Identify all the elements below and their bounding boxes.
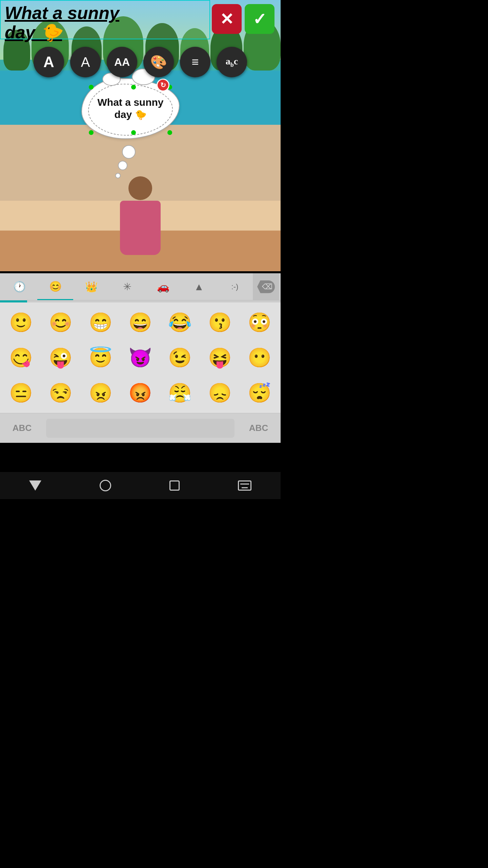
text-formatting-toolbar: A A AA 🎨 ≡ abc	[0, 43, 281, 81]
emoji-pouting[interactable]: 😤	[161, 376, 199, 410]
back-icon	[29, 480, 41, 491]
confirm-button[interactable]: ✓	[245, 4, 274, 34]
backspace-icon: ⌫	[257, 280, 275, 293]
preview-line1: What a sunny	[5, 3, 119, 23]
keyboard-icon	[238, 480, 251, 491]
font-bold-button[interactable]: A	[34, 47, 64, 77]
home-icon	[100, 480, 111, 491]
handle-bottom-right[interactable]	[167, 130, 172, 135]
emoji-rage[interactable]: 😡	[121, 376, 159, 410]
recents-button[interactable]	[169, 480, 180, 491]
font-normal-button[interactable]: A	[70, 47, 101, 77]
emoji-squint-tongue[interactable]: 😝	[201, 341, 239, 374]
emoji-category-tabs: 🕐 😊 👑 ✳ 🚗 ▲ :-) ⌫	[0, 273, 281, 300]
emoji-devil[interactable]: 😈	[121, 341, 159, 374]
handle-top-center[interactable]	[131, 85, 136, 90]
emoji-halo[interactable]: 😇	[82, 341, 119, 374]
tab-crown[interactable]: 👑	[73, 273, 109, 300]
font-type-button[interactable]: abc	[217, 47, 247, 77]
emoji-sleeping[interactable]: 😴	[241, 376, 279, 410]
emoji-wink-tongue[interactable]: 😜	[42, 341, 79, 374]
text-preview-area: What a sunny day 🐤	[0, 0, 210, 39]
thought-bubble[interactable]: ↻ What a sunnyday 🐤	[81, 78, 190, 139]
tab-travel[interactable]: 🚗	[145, 273, 181, 300]
android-navbar	[0, 472, 281, 499]
emoji-wink[interactable]: 😉	[161, 341, 199, 374]
emoji-yum[interactable]: 😋	[2, 341, 40, 374]
tab-text-face[interactable]: :-)	[217, 273, 253, 300]
back-button[interactable]	[29, 480, 41, 491]
emoji-happy[interactable]: 😊	[42, 306, 79, 339]
handle-bottom-center[interactable]	[131, 130, 136, 135]
emoji-kiss[interactable]: 😗	[201, 306, 239, 339]
emoji-keyboard: 🕐 😊 👑 ✳ 🚗 ▲ :-) ⌫ 🙂 😊 😁 😄	[0, 273, 281, 443]
emoji-grid: 🙂 😊 😁 😄 😂 😗 😳 😋 😜 😇 😈 😉 😝 😶 😑 😒 😠 😡 😤 😞 …	[0, 302, 281, 413]
emoji-disappointed[interactable]: 😞	[201, 376, 239, 410]
emoji-no-mouth[interactable]: 😶	[241, 341, 279, 374]
color-palette-button[interactable]: 🎨	[143, 47, 174, 77]
space-bar[interactable]	[46, 419, 235, 438]
tab-recent[interactable]: 🕐	[1, 273, 37, 300]
emoji-delete-button[interactable]: ⌫	[253, 273, 279, 300]
home-button[interactable]	[100, 480, 111, 491]
emoji-unamused[interactable]: 😒	[42, 376, 79, 410]
tab-symbols[interactable]: ▲	[181, 273, 217, 300]
emoji-laugh[interactable]: 😂	[161, 306, 199, 339]
emoji-smiley[interactable]: 🙂	[2, 306, 40, 339]
handle-top-left[interactable]	[89, 85, 94, 90]
emoji-expressionless[interactable]: 😑	[2, 376, 40, 410]
keyboard-button[interactable]	[238, 480, 251, 491]
bubble-emoji: 🐤	[135, 110, 147, 120]
tab-smileys[interactable]: 😊	[37, 273, 73, 300]
recents-icon	[169, 480, 180, 491]
keyboard-abc-row: ABC ABC	[0, 413, 281, 443]
bubble-text-content: What a sunnyday 🐤	[97, 96, 163, 121]
emoji-angry[interactable]: 😠	[82, 376, 119, 410]
person-figure	[117, 176, 164, 258]
thought-dot-large	[122, 145, 136, 159]
thought-dot-small	[115, 173, 121, 178]
emoji-big-grin[interactable]: 😄	[121, 306, 159, 339]
text-align-button[interactable]: ≡	[180, 47, 210, 77]
abc-left-button[interactable]: ABC	[0, 423, 44, 433]
bubble-cloud: ↻ What a sunnyday 🐤	[81, 78, 180, 139]
handle-bottom-left[interactable]	[89, 130, 94, 135]
abc-right-button[interactable]: ABC	[237, 423, 281, 433]
preview-line2: day 🐤	[5, 22, 62, 42]
emoji-grin[interactable]: 😁	[82, 306, 119, 339]
emoji-flushed[interactable]: 😳	[241, 306, 279, 339]
cancel-button[interactable]: ✕	[212, 4, 242, 34]
font-size-button[interactable]: AA	[107, 47, 137, 77]
thought-dot-medium	[118, 161, 127, 170]
tab-nature[interactable]: ✳	[109, 273, 145, 300]
